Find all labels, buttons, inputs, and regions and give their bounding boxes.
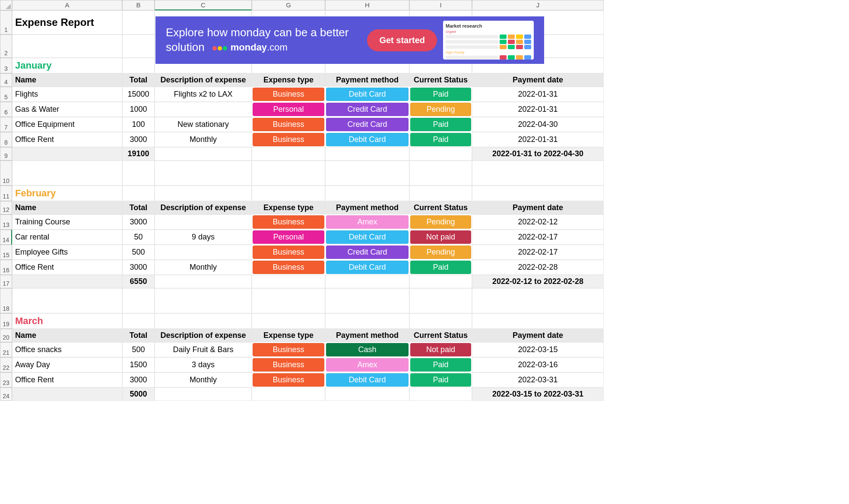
empty-cell[interactable] bbox=[155, 275, 252, 288]
empty-cell[interactable] bbox=[122, 313, 155, 329]
expense-type-tag[interactable]: Business bbox=[253, 215, 324, 229]
expense-name[interactable]: Car rental bbox=[12, 230, 122, 245]
status-tag[interactable]: Not paid bbox=[410, 230, 471, 244]
empty-cell[interactable] bbox=[12, 35, 122, 58]
expense-total[interactable]: 500 bbox=[122, 245, 155, 260]
payment-date[interactable]: 2022-01-31 bbox=[472, 102, 604, 117]
table-header[interactable]: Total bbox=[122, 201, 155, 214]
expense-name[interactable]: Flights bbox=[12, 87, 122, 102]
payment-date[interactable]: 2022-03-31 bbox=[472, 372, 604, 387]
expense-total[interactable]: 3000 bbox=[122, 132, 155, 147]
payment-method-tag[interactable]: Debit Card bbox=[326, 133, 409, 146]
empty-cell[interactable] bbox=[252, 387, 325, 401]
empty-cell[interactable] bbox=[122, 288, 155, 313]
row-header[interactable]: 5 bbox=[0, 87, 12, 102]
expense-description[interactable] bbox=[155, 214, 252, 230]
expense-type-tag[interactable]: Business bbox=[253, 88, 324, 101]
table-header[interactable]: Expense type bbox=[252, 73, 325, 87]
expense-description[interactable] bbox=[155, 102, 252, 117]
empty-cell[interactable] bbox=[472, 313, 604, 329]
empty-cell[interactable] bbox=[155, 288, 252, 313]
table-header[interactable]: Name bbox=[12, 201, 122, 214]
empty-cell[interactable] bbox=[122, 161, 155, 186]
column-header[interactable]: I bbox=[409, 0, 472, 10]
table-header[interactable]: Payment method bbox=[325, 73, 409, 87]
expense-total[interactable]: 3000 bbox=[122, 214, 155, 230]
expense-total[interactable]: 15000 bbox=[122, 87, 155, 102]
expense-description[interactable]: New stationary bbox=[155, 117, 252, 132]
expense-type-tag[interactable]: Business bbox=[253, 246, 324, 259]
status-tag[interactable]: Pending bbox=[410, 103, 471, 116]
expense-description[interactable]: Monthly bbox=[155, 132, 252, 147]
month-label[interactable]: February bbox=[12, 186, 122, 201]
empty-cell[interactable] bbox=[325, 186, 409, 201]
expense-type-tag[interactable]: Personal bbox=[253, 103, 324, 116]
empty-cell[interactable] bbox=[409, 147, 472, 161]
empty-cell[interactable] bbox=[155, 186, 252, 201]
expense-description[interactable]: Flights x2 to LAX bbox=[155, 87, 252, 102]
row-header[interactable]: 16 bbox=[0, 260, 12, 275]
empty-cell[interactable] bbox=[252, 161, 325, 186]
report-title[interactable]: Expense Report bbox=[12, 10, 122, 35]
table-header[interactable]: Name bbox=[12, 73, 122, 87]
row-header[interactable]: 22 bbox=[0, 357, 12, 372]
expense-total[interactable]: 1500 bbox=[122, 357, 155, 372]
row-header[interactable]: 4 bbox=[0, 73, 12, 87]
expense-description[interactable]: 3 days bbox=[155, 357, 252, 372]
row-header[interactable]: 1 bbox=[0, 10, 12, 35]
empty-cell[interactable] bbox=[252, 147, 325, 161]
expense-total[interactable]: 50 bbox=[122, 230, 155, 245]
expense-name[interactable]: Gas & Water bbox=[12, 102, 122, 117]
table-header[interactable]: Current Status bbox=[409, 329, 472, 342]
column-header[interactable]: A bbox=[12, 0, 122, 10]
expense-name[interactable]: Office Rent bbox=[12, 132, 122, 147]
expense-type-tag[interactable]: Business bbox=[253, 133, 324, 146]
expense-total[interactable]: 3000 bbox=[122, 372, 155, 387]
payment-date[interactable]: 2022-04-30 bbox=[472, 117, 604, 132]
table-header[interactable]: Description of expense bbox=[155, 329, 252, 342]
table-header[interactable]: Payment date bbox=[472, 201, 604, 214]
row-header[interactable]: 23 bbox=[0, 372, 12, 387]
table-header[interactable]: Current Status bbox=[409, 73, 472, 87]
payment-date[interactable]: 2022-03-16 bbox=[472, 357, 604, 372]
column-header[interactable]: B bbox=[122, 0, 155, 10]
row-header[interactable]: 20 bbox=[0, 329, 12, 342]
summary-cell[interactable] bbox=[12, 147, 122, 161]
table-header[interactable]: Name bbox=[12, 329, 122, 342]
expense-name[interactable]: Office Rent bbox=[12, 260, 122, 275]
column-header[interactable]: C bbox=[155, 0, 252, 10]
row-header[interactable]: 3 bbox=[0, 58, 12, 73]
row-header[interactable]: 24 bbox=[0, 387, 12, 401]
month-label[interactable]: January bbox=[12, 58, 122, 73]
empty-cell[interactable] bbox=[472, 186, 604, 201]
status-tag[interactable]: Pending bbox=[410, 246, 471, 259]
payment-date[interactable]: 2022-01-31 bbox=[472, 87, 604, 102]
table-header[interactable]: Description of expense bbox=[155, 73, 252, 87]
table-header[interactable]: Payment date bbox=[472, 73, 604, 87]
row-header[interactable]: 19 bbox=[0, 313, 12, 329]
table-header[interactable]: Description of expense bbox=[155, 201, 252, 214]
empty-cell[interactable] bbox=[409, 288, 472, 313]
expense-type-tag[interactable]: Business bbox=[253, 118, 324, 131]
empty-cell[interactable] bbox=[325, 288, 409, 313]
get-started-button[interactable]: Get started bbox=[367, 29, 437, 51]
month-label[interactable]: March bbox=[12, 313, 122, 329]
table-header[interactable]: Total bbox=[122, 73, 155, 87]
status-tag[interactable]: Paid bbox=[410, 133, 471, 146]
empty-cell[interactable] bbox=[122, 186, 155, 201]
row-header[interactable]: 14 bbox=[0, 230, 12, 245]
payment-date[interactable]: 2022-02-28 bbox=[472, 260, 604, 275]
empty-cell[interactable] bbox=[325, 147, 409, 161]
status-tag[interactable]: Paid bbox=[410, 261, 471, 274]
payment-date[interactable]: 2022-02-17 bbox=[472, 245, 604, 260]
empty-cell[interactable] bbox=[409, 387, 472, 401]
row-header[interactable]: 17 bbox=[0, 275, 12, 288]
date-range[interactable]: 2022-02-12 to 2022-02-28 bbox=[472, 275, 604, 288]
table-header[interactable]: Expense type bbox=[252, 201, 325, 214]
empty-cell[interactable] bbox=[12, 288, 122, 313]
row-header[interactable]: 10 bbox=[0, 161, 12, 186]
expense-type-tag[interactable]: Business bbox=[253, 358, 324, 372]
row-header[interactable]: 15 bbox=[0, 245, 12, 260]
expense-description[interactable]: Daily Fruit & Bars bbox=[155, 342, 252, 357]
row-header[interactable]: 18 bbox=[0, 288, 12, 313]
